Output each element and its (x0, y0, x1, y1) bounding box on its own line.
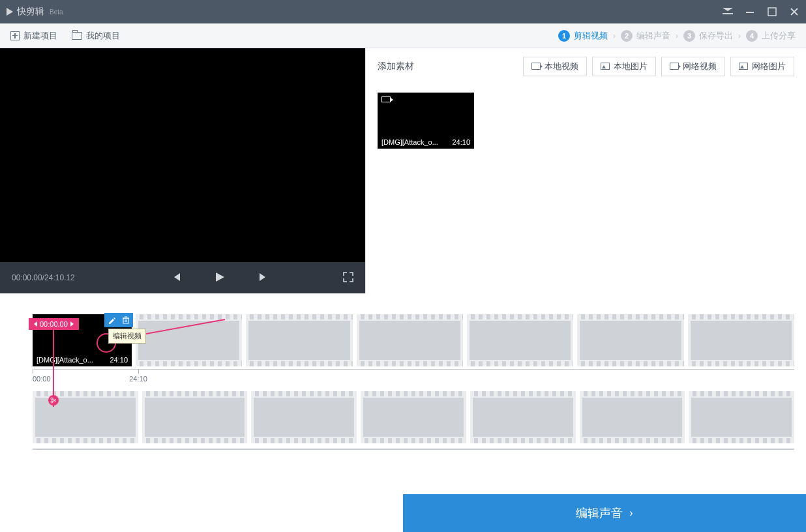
empty-slot[interactable] (467, 314, 573, 366)
clip-duration: 24:10 (452, 138, 470, 146)
web-image-button[interactable]: 网络图片 (730, 57, 794, 76)
image-icon (739, 63, 748, 70)
material-clip[interactable]: [DMG][Attack_o... 24:10 (378, 93, 474, 149)
time-display: 00:00.00/24:10.12 (12, 273, 97, 282)
step-save-export[interactable]: 3 保存导出 (683, 30, 733, 42)
empty-slot[interactable] (357, 314, 463, 366)
playhead-right-icon[interactable] (70, 321, 74, 327)
empty-slot[interactable] (470, 391, 576, 443)
chevron-right-icon: › (738, 31, 741, 40)
step-edit-audio[interactable]: 2 编辑声音 (621, 30, 670, 42)
titlebar: 快剪辑 Beta (0, 0, 806, 23)
empty-slot[interactable] (142, 391, 248, 443)
fullscreen-button[interactable] (343, 272, 353, 284)
my-projects-label: 我的项目 (86, 30, 120, 42)
minimize-button[interactable] (745, 7, 755, 17)
empty-slot[interactable] (246, 314, 352, 366)
step-upload-share[interactable]: 4 上传分享 (746, 30, 796, 42)
video-preview[interactable] (0, 48, 365, 262)
audio-track[interactable] (33, 391, 794, 443)
video-icon (531, 63, 541, 70)
preview-controls: 00:00.00/24:10.12 (0, 262, 365, 293)
material-panel: 添加素材 本地视频 本地图片 网络视频 网络图片 (365, 48, 806, 293)
new-project-label: 新建项目 (23, 30, 57, 42)
app-logo-icon (7, 8, 13, 16)
timeline-area: 00:00.00 编辑视频 [DMG][Attack_o... 24:10 (0, 314, 806, 450)
step-edit-video[interactable]: 1 剪辑视频 (558, 30, 608, 42)
video-icon (670, 63, 679, 70)
edit-tooltip: 编辑视频 (108, 329, 146, 344)
svg-point-3 (51, 401, 53, 403)
step-label: 剪辑视频 (574, 30, 608, 42)
time-ruler[interactable]: 00:00 24:10 (33, 369, 794, 386)
chevron-right-icon: › (676, 31, 678, 40)
step-label: 保存导出 (699, 30, 733, 42)
next-button[interactable] (258, 272, 269, 284)
folder-icon (72, 32, 82, 40)
ruler-label: 00:00 (33, 375, 51, 383)
svg-rect-5 (123, 318, 128, 323)
close-button[interactable] (789, 7, 799, 17)
main-area: 00:00.00/24:10.12 添加素材 本地视频 本地图片 (0, 48, 806, 293)
delete-clip-button[interactable] (119, 313, 133, 327)
footer: 编辑声音 › (0, 494, 806, 532)
material-title: 添加素材 (378, 61, 414, 72)
app-title: 快剪辑 (17, 6, 44, 18)
next-step-button[interactable]: 编辑声音 › (403, 494, 806, 532)
svg-point-2 (51, 398, 53, 400)
toolbar: 新建项目 我的项目 1 剪辑视频 › 2 编辑声音 › 3 保存导出 › 4 上… (0, 23, 806, 48)
empty-slot[interactable] (136, 314, 242, 366)
step-num: 4 (746, 30, 758, 42)
camera-icon (381, 96, 391, 102)
workflow-steps: 1 剪辑视频 › 2 编辑声音 › 3 保存导出 › 4 上传分享 (558, 30, 796, 42)
edit-clip-button[interactable] (104, 313, 119, 327)
my-projects-button[interactable]: 我的项目 (72, 30, 120, 42)
beta-label: Beta (50, 8, 63, 16)
image-icon (601, 63, 610, 70)
step-num: 3 (683, 30, 695, 42)
local-image-button[interactable]: 本地图片 (592, 57, 656, 76)
playhead[interactable]: 00:00.00 (29, 318, 79, 330)
chevron-right-icon: › (629, 507, 633, 519)
chevron-right-icon: › (613, 31, 616, 40)
new-project-button[interactable]: 新建项目 (10, 30, 57, 42)
prev-button[interactable] (171, 272, 181, 284)
local-video-button[interactable]: 本地视频 (523, 57, 587, 76)
empty-slot[interactable] (580, 391, 685, 443)
ruler-label: 24:10 (129, 375, 147, 383)
step-num: 2 (621, 30, 633, 42)
clip-name: [DMG][Attack_o... (381, 138, 438, 146)
divider (33, 449, 794, 450)
empty-slot[interactable] (361, 391, 466, 443)
clip-duration: 24:10 (110, 356, 128, 364)
menu-icon[interactable] (723, 7, 733, 17)
scissors-icon[interactable] (48, 395, 59, 406)
empty-slot[interactable] (689, 391, 794, 443)
clip-name: [DMG][Attack_o... (37, 356, 93, 364)
empty-slot[interactable] (251, 391, 357, 443)
svg-rect-0 (746, 12, 754, 13)
maximize-button[interactable] (767, 7, 777, 17)
empty-slot[interactable] (688, 314, 794, 366)
plus-icon (10, 31, 20, 40)
step-label: 编辑声音 (636, 30, 670, 42)
empty-slot[interactable] (577, 314, 683, 366)
step-num: 1 (558, 30, 570, 42)
svg-rect-1 (768, 8, 776, 16)
playhead-left-icon[interactable] (34, 321, 37, 327)
play-button[interactable] (214, 271, 226, 285)
video-track[interactable]: 编辑视频 [DMG][Attack_o... 24:10 (33, 314, 794, 366)
step-label: 上传分享 (762, 30, 796, 42)
web-video-button[interactable]: 网络视频 (661, 57, 725, 76)
footer-label: 编辑声音 (576, 505, 623, 521)
playhead-time: 00:00.00 (40, 320, 68, 328)
preview-panel: 00:00.00/24:10.12 (0, 48, 365, 293)
